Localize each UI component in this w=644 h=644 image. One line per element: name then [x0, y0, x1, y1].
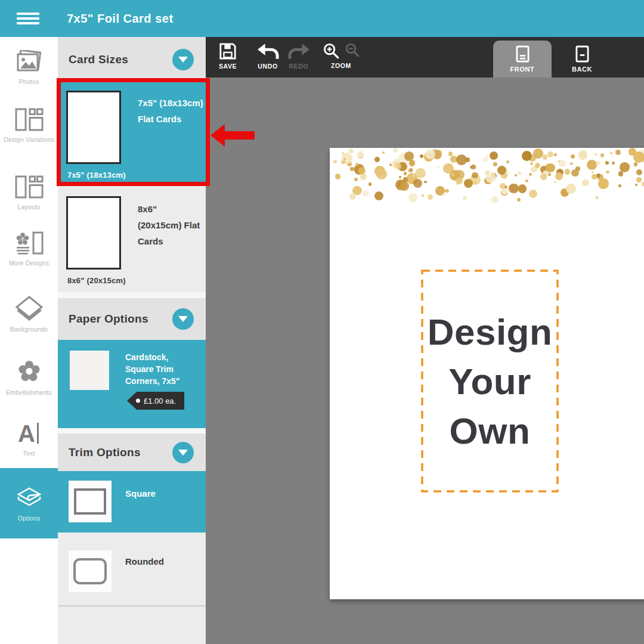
sidebar-label: Backgrounds [10, 326, 48, 333]
trim-option-item-rounded[interactable]: Rounded [58, 532, 206, 605]
save-button[interactable]: SAVE [214, 42, 242, 70]
paper-thumbnail [70, 351, 109, 390]
trim-options-title: Trim Options [69, 446, 141, 459]
price-tag-hole [136, 399, 140, 403]
topbar: 7x5" Foil Card set [0, 0, 644, 37]
placeholder-line: Design [428, 307, 553, 357]
panel-divider [58, 605, 206, 606]
design-your-own-placeholder[interactable]: Design Your Own [421, 270, 559, 493]
card-size-caption: 7x5" (18x13cm) [67, 171, 126, 179]
sidebar-item-embellishments[interactable]: Embellishments [0, 358, 58, 396]
price-label: £1.00 ea. [144, 397, 176, 405]
sidebar-item-layouts[interactable]: Layouts [0, 175, 58, 210]
trim-options-header[interactable]: Trim Options [58, 434, 206, 471]
chevron-down-icon[interactable] [172, 49, 194, 70]
price-tag: £1.00 ea. [127, 392, 184, 410]
card-size-item-7x5[interactable]: 7x5" (18x13cm) Flat Cards 7x5" (18x13cm) [58, 82, 206, 186]
backgrounds-icon [15, 295, 44, 321]
tab-back[interactable]: BACK [553, 41, 611, 78]
rounded-trim-icon [73, 558, 107, 584]
back-card-icon [575, 45, 589, 63]
sidebar-label: Options [18, 515, 41, 522]
card-front-preview[interactable]: Design Your Own [330, 148, 644, 599]
options-panel: Card Sizes 7x5" (18x13cm) Flat Cards 7x5… [58, 37, 206, 644]
panel-gap [58, 428, 206, 434]
undo-button[interactable]: UNDO [253, 42, 282, 70]
sidebar: Photos Design Variations Layouts [0, 37, 58, 644]
undo-label: UNDO [258, 63, 277, 70]
hamburger-menu-icon[interactable] [17, 13, 39, 24]
placeholder-line: Your [448, 357, 531, 406]
options-icon [14, 485, 44, 509]
sidebar-label: Layouts [17, 203, 40, 210]
gold-confetti-band [330, 148, 644, 205]
editor-toolbar: SAVE UNDO REDO ZOOM [206, 37, 644, 78]
layouts-icon [15, 175, 44, 199]
back-tab-label: BACK [572, 66, 592, 73]
trim-option-item-square[interactable]: Square [58, 471, 206, 532]
zoom-label: ZOOM [331, 62, 351, 69]
sidebar-label: Embellishments [6, 389, 52, 396]
save-icon [219, 42, 237, 60]
sidebar-item-more-designs[interactable]: More Designs [0, 231, 58, 267]
placeholder-line: Own [450, 406, 531, 456]
sidebar-label: More Designs [9, 259, 49, 267]
svg-text:A: A [18, 422, 35, 445]
zoom-button[interactable]: ZOOM [318, 42, 364, 69]
embellishments-icon [16, 358, 43, 385]
tab-front[interactable]: FRONT [493, 41, 552, 78]
zoom-out-icon[interactable] [345, 42, 360, 58]
app-title: 7x5" Foil Card set [67, 0, 174, 37]
card-size-thumbnail [66, 196, 121, 270]
panel-gap [58, 292, 206, 298]
text-icon: A [17, 422, 41, 445]
sidebar-item-options[interactable]: Options [0, 468, 58, 538]
undo-icon [257, 42, 279, 60]
save-label: SAVE [219, 63, 237, 70]
card-size-item-8x6[interactable]: 8x6" (20x15cm) Flat Cards 8x6" (20x15cm) [58, 186, 206, 292]
rounded-trim-thumbnail [69, 550, 112, 592]
paper-options-header[interactable]: Paper Options [58, 298, 206, 340]
card-size-caption: 8x6" (20x15cm) [67, 276, 126, 285]
sidebar-item-photos[interactable]: Photos [0, 50, 58, 85]
paper-options-title: Paper Options [69, 312, 148, 326]
chevron-down-icon[interactable] [172, 308, 194, 330]
sidebar-label: Design Variations [4, 136, 54, 143]
sidebar-item-backgrounds[interactable]: Backgrounds [0, 295, 58, 333]
front-tab-label: FRONT [510, 66, 535, 73]
card-size-thumbnail [66, 91, 121, 164]
sidebar-label: Text [23, 450, 35, 457]
paper-title: Cardstock, Square Trim Corners, 7x5" [125, 351, 202, 387]
design-variations-icon [15, 108, 44, 132]
card-size-title: 8x6" (20x15cm) Flat Cards [138, 201, 205, 249]
chevron-down-icon[interactable] [172, 442, 194, 463]
design-canvas: Design Your Own [206, 78, 644, 644]
card-size-title: 7x5" (18x13cm) Flat Cards [138, 95, 205, 127]
paper-option-item-cardstock[interactable]: Cardstock, Square Trim Corners, 7x5" £1.… [58, 340, 206, 428]
card-sizes-title: Card Sizes [69, 53, 128, 66]
sidebar-item-design-variations[interactable]: Design Variations [0, 108, 58, 143]
redo-label: REDO [289, 63, 309, 70]
sidebar-item-text[interactable]: A Text [0, 422, 58, 457]
trim-label: Rounded [125, 556, 164, 566]
redo-icon [288, 42, 310, 60]
photos-icon [16, 50, 43, 74]
trim-label: Square [125, 488, 156, 499]
redo-button[interactable]: REDO [284, 42, 313, 70]
card-sizes-header[interactable]: Card Sizes [58, 37, 206, 82]
front-card-icon [516, 45, 530, 63]
more-designs-icon [15, 231, 44, 255]
zoom-in-icon[interactable] [323, 42, 340, 60]
sidebar-label: Photos [19, 78, 39, 85]
square-trim-thumbnail [69, 481, 112, 522]
square-trim-icon [74, 488, 106, 515]
